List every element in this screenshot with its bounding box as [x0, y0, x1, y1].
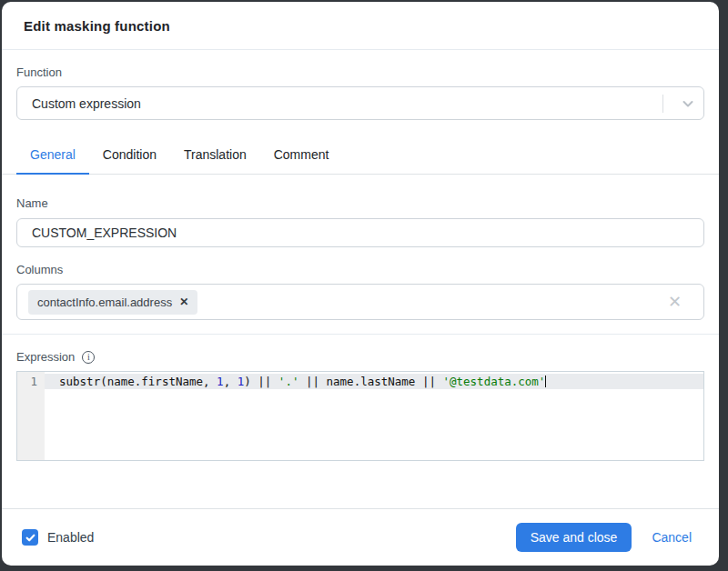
- dialog-header: Edit masking function: [2, 2, 719, 50]
- expression-code-editor[interactable]: 1 substr(name.firstName, 1, 1) || '.' ||…: [16, 371, 704, 461]
- name-input-value: CUSTOM_EXPRESSION: [32, 225, 177, 240]
- enabled-checkbox[interactable]: [22, 529, 38, 546]
- dialog-body: Function Custom expression General Condi…: [2, 50, 719, 508]
- edit-masking-function-dialog: Edit masking function Function Custom ex…: [2, 2, 719, 566]
- tab-general[interactable]: General: [16, 144, 89, 175]
- tab-comment[interactable]: Comment: [260, 144, 343, 175]
- columns-input[interactable]: contactInfo.email.address ✕ ✕: [16, 284, 704, 320]
- dialog-title: Edit masking function: [24, 18, 697, 34]
- info-icon[interactable]: i: [82, 351, 95, 364]
- expression-label: Expression i: [16, 350, 704, 364]
- cancel-link[interactable]: Cancel: [652, 530, 692, 545]
- editor-gutter: 1: [17, 372, 45, 460]
- select-separator: [662, 95, 663, 113]
- column-chip-label: contactInfo.email.address: [37, 296, 172, 309]
- section-divider: [2, 334, 719, 335]
- columns-label: Columns: [16, 263, 704, 276]
- chevron-down-icon[interactable]: [672, 97, 703, 110]
- enabled-label: Enabled: [47, 530, 94, 545]
- column-chip: contactInfo.email.address ✕: [28, 290, 197, 315]
- name-label: Name: [16, 196, 704, 210]
- clear-columns-icon[interactable]: ✕: [657, 292, 693, 312]
- save-and-close-button[interactable]: Save and close: [516, 523, 632, 552]
- chip-remove-icon[interactable]: ✕: [179, 296, 188, 308]
- editor-code-area[interactable]: substr(name.firstName, 1, 1) || '.' || n…: [45, 372, 703, 460]
- expression-label-text: Expression: [16, 350, 75, 364]
- name-input[interactable]: CUSTOM_EXPRESSION: [16, 218, 704, 247]
- function-select[interactable]: Custom expression: [16, 86, 704, 120]
- function-label: Function: [16, 65, 704, 79]
- tab-translation[interactable]: Translation: [170, 144, 260, 175]
- code-line: substr(name.firstName, 1, 1) || '.' || n…: [45, 374, 703, 389]
- tab-condition[interactable]: Condition: [89, 144, 170, 175]
- function-select-value: Custom expression: [32, 96, 141, 111]
- tab-bar: General Condition Translation Comment: [2, 144, 719, 175]
- dialog-footer: Enabled Save and close Cancel: [2, 508, 719, 566]
- line-number: 1: [17, 374, 37, 389]
